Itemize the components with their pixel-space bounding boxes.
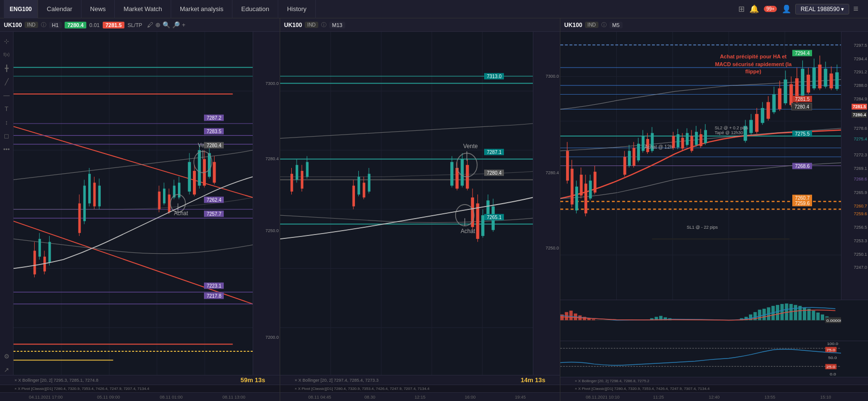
chart1-canvas[interactable]: Vente Achat 7287.2 7283.5 7280.4 7262.4 … — [14, 32, 253, 375]
chart3-canvas[interactable]: Achat précipité pour HA et MACD sécurisé… — [560, 32, 841, 300]
chart2-price-7300: 7300.0 — [545, 74, 559, 79]
tool-shapes[interactable]: ◻ — [1, 130, 12, 141]
menu-icon[interactable]: ≡ — [853, 4, 858, 14]
draw-icon[interactable]: 🖊 — [147, 21, 153, 28]
zoom-in-icon[interactable]: 🔍 — [163, 21, 170, 28]
chart1-pivot-info: × X Pivot [Classic][D1] 7280.4, 7320.9, … — [0, 385, 280, 392]
level-7262: 7262.4 — [204, 197, 224, 203]
chart1-timer: 59m 13s — [241, 376, 265, 384]
p-7265: 7265.9 — [854, 190, 867, 195]
chart2-level-7265: 7265.1 — [484, 214, 504, 220]
chart3-pivot-info: × X Pivot [Classic][D1] 7280.4, 7320.9, … — [560, 385, 868, 392]
svg-rect-96 — [357, 177, 360, 194]
chart3-macd-panel: × X MACD [12, 26, 9] -2.74956, -1.42844 … — [560, 300, 868, 341]
chart3-sl1-label: SL1 @ - 22 pips — [687, 225, 718, 230]
svg-rect-230 — [570, 311, 573, 320]
chart1-toolbar: UK100 IND ⓘ H1 7280.4 0.01 7281.5 SL/TP … — [0, 18, 280, 32]
chart2-level-7313: 7313.0 — [484, 73, 504, 80]
layout-icon[interactable]: ⊞ — [738, 4, 745, 14]
tool-measure[interactable]: ↕ — [1, 117, 12, 127]
chart2-pivot: × X Pivot [Classic][D1] 7280.4, 7320.9, … — [295, 387, 430, 391]
svg-rect-158 — [589, 180, 592, 198]
chart1-bottom: × X Bollinger [20, 2] 7295.3, 7285.1, 72… — [0, 375, 280, 385]
tool-settings[interactable]: ⚙ — [1, 351, 12, 361]
chart3-level-7281: 7281.5 — [792, 96, 812, 102]
chart2-timer: 14m 13s — [521, 376, 545, 384]
top-navigation: ENG100 Calendar News Market Watch Market… — [0, 0, 868, 18]
svg-rect-253 — [794, 305, 797, 320]
bell-icon[interactable]: 🔔 — [749, 4, 759, 14]
svg-rect-249 — [776, 305, 779, 320]
chart1-sltp: SL/TP — [127, 22, 142, 28]
add-icon[interactable]: + — [182, 21, 186, 28]
chart1-pivot: × X Pivot [Classic][D1] 7280.4, 7320.9, … — [14, 387, 149, 391]
chart3-info-icon[interactable]: ⓘ — [601, 21, 607, 28]
chart3-price-axis: 7297.5 7294.4 7291.2 7288.0 7284.9 7281.… — [841, 32, 868, 300]
svg-text:25.0: 25.0 — [827, 365, 835, 369]
chart3-bollinger: × X Bollinger [20, 2] 7298.4, 7286.8, 72… — [575, 379, 650, 383]
chart1-timeframe[interactable]: H1 — [49, 22, 62, 28]
tab-education[interactable]: Education — [232, 0, 278, 18]
account-mode-button[interactable]: REAL 1988590 ▾ — [795, 4, 849, 14]
price-7280-label: 7280.4 — [265, 156, 279, 161]
chart3-achat-label: Achat @ 12h — [645, 144, 673, 150]
tab-marketanalysis[interactable]: Market analysis — [171, 0, 232, 18]
level-7287: 7287.2 — [204, 114, 224, 121]
chart2-bollinger: × X Bollinger [20, 2] 7297.4, 7285.4, 72… — [295, 378, 379, 383]
tool-cursor[interactable]: ⊹ — [1, 36, 12, 46]
chart1-change: 0.01 — [89, 22, 99, 28]
zoom-out-icon[interactable]: 🔎 — [172, 21, 180, 28]
svg-text:50.0: 50.0 — [828, 356, 837, 360]
chart3-rsi-panel: × X RSI [14] 39.5 100.0 50.0 75.0 25.0 — [560, 341, 868, 377]
tool-share[interactable]: ↗ — [1, 364, 12, 375]
tab-news[interactable]: News — [81, 0, 115, 18]
chart1-info-icon[interactable]: ⓘ — [41, 21, 46, 28]
chart2-time-axis: 08.11 04:45 08.30 12:15 16:00 19:45 — [280, 392, 560, 401]
svg-rect-182 — [686, 133, 689, 145]
tool-text[interactable]: T — [1, 103, 12, 114]
tool-line[interactable]: ╱ — [1, 76, 12, 87]
chart3-time-5: 15:10 — [798, 395, 854, 400]
p-7297: 7297.5 — [854, 43, 867, 48]
tab-marketwatch[interactable]: Market Watch — [115, 0, 171, 18]
chart1-time-axis: 04.11.2021 17:00 05.11 09:00 08.11 01:00… — [0, 392, 280, 401]
chart3-level-7259: 7259.6 — [792, 200, 812, 207]
tool-hline[interactable]: — — [1, 90, 12, 100]
chart1-bollinger: × X Bollinger [20, 2] 7295.3, 7285.1, 72… — [14, 378, 98, 383]
tab-calendar[interactable]: Calendar — [38, 0, 81, 18]
p-7288: 7288.0 — [854, 83, 867, 88]
nav-icons: ⊞ 🔔 99+ 👤 — [738, 4, 791, 14]
tool-fx[interactable]: f(x) — [1, 49, 12, 60]
svg-rect-190 — [704, 130, 707, 143]
chart1-badge1: IND — [25, 22, 38, 28]
chart2-canvas[interactable]: Vente Achat 7313.0 7287.1 7280.4 7265.1 — [280, 32, 533, 375]
chart3-timeframe[interactable]: M5 — [610, 22, 623, 28]
tool-crosshair[interactable]: ╋ — [1, 63, 12, 73]
chart2-info-icon[interactable]: ⓘ — [321, 21, 326, 28]
tab-history[interactable]: History — [278, 0, 315, 18]
crosshair-icon[interactable]: ⊕ — [155, 21, 161, 28]
tool-more[interactable]: ••• — [1, 144, 12, 154]
svg-rect-35 — [88, 174, 91, 203]
person-icon[interactable]: 👤 — [782, 4, 791, 14]
level-7223: 7223.1 — [204, 283, 224, 289]
chart2-level-7280: 7280.4 — [484, 169, 504, 176]
p-7281: 7281.5 — [852, 104, 867, 110]
chart2-time-3: 12:15 — [395, 395, 445, 400]
chart2-timeframe[interactable]: M13 — [329, 22, 345, 28]
chart3-level-7275: 7275.5 — [792, 130, 812, 137]
chart3-time-1: 08.11.2021 10:10 — [575, 395, 631, 400]
chart2-body: Vente Achat 7313.0 7287.1 7280.4 7265.1 … — [280, 32, 560, 375]
svg-rect-259 — [821, 315, 824, 320]
chart2-time-1: 08.11 04:45 — [295, 395, 345, 400]
chart1-price-sell: 7280.4 — [65, 22, 87, 28]
chart3-body: Achat précipité pour HA et MACD sécurisé… — [560, 32, 868, 300]
chart-panel-2: UK100 IND ⓘ M13 — [280, 18, 560, 401]
chart3-level-7268: 7268.6 — [792, 163, 812, 169]
p-7256: 7256.5 — [854, 225, 867, 230]
chart3-sl2-label: SL2 @ + 0.2 pips Tapé @ 12h30 — [715, 125, 748, 135]
p-7269: 7269.1 — [854, 166, 867, 171]
chart-panel-1: UK100 IND ⓘ H1 7280.4 0.01 7281.5 SL/TP … — [0, 18, 280, 401]
chart1-price-buy: 7281.5 — [103, 22, 125, 28]
chart1-svg: Vente Achat — [14, 32, 253, 375]
